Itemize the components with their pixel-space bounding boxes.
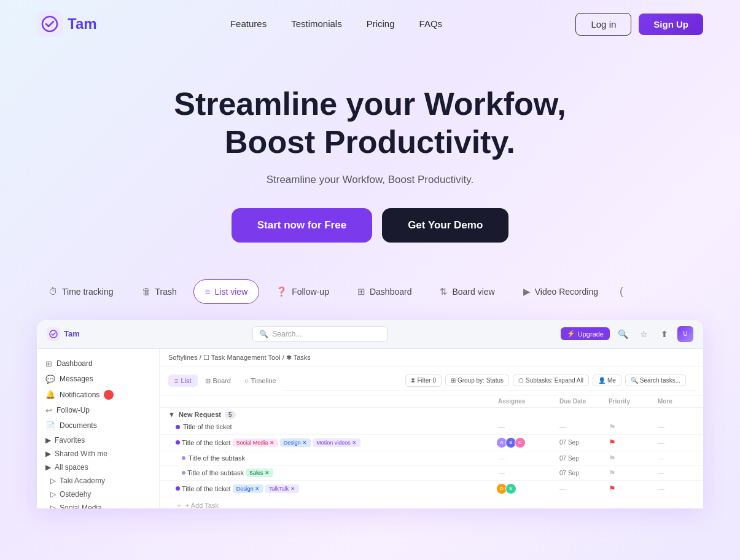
hero-heading: Streamline your Workfow, Boost Productiv… xyxy=(12,85,728,161)
workspace-social-icon: ▷ xyxy=(50,504,56,508)
me-button[interactable]: 👤 Me xyxy=(593,375,621,386)
sidebar-messages-label: Messages xyxy=(60,375,93,383)
sidebar-workspace-ostedehy[interactable]: ▷ Ostedehy xyxy=(37,488,159,501)
tag-design: Design ✕ xyxy=(280,438,311,447)
row-2-avatars: A B C xyxy=(498,437,559,448)
app-view-tabs: ≡ List ⊞ Board ○ Timeline ⧗ Filter 0 xyxy=(160,367,703,395)
tab-list-view-label: List view xyxy=(215,287,248,297)
sidebar-item-followup[interactable]: ↩ Follow-Up xyxy=(37,403,159,418)
row-1-due: — xyxy=(559,423,609,430)
sidebar-workspace-social[interactable]: ▷ Social Media xyxy=(37,501,159,508)
sidebar-workspace-taki[interactable]: ▷ Taki Academy xyxy=(37,474,159,488)
hero-section: Streamline your Workfow, Boost Productiv… xyxy=(0,48,740,261)
app-star-icon-btn[interactable]: ☆ xyxy=(636,326,652,342)
signup-button[interactable]: Sign Up xyxy=(639,14,703,35)
sidebar-shared-label: Shared With me xyxy=(55,449,107,458)
row-4-title: Title of the subtask xyxy=(187,469,244,476)
app-share-icon-btn[interactable]: ⬆ xyxy=(656,326,672,342)
row-4-priority: ⚑ xyxy=(609,469,658,478)
logo-icon xyxy=(37,11,63,37)
row-4-assignee: — xyxy=(498,469,559,476)
col-due-date: Due Date xyxy=(559,398,609,405)
documents-sidebar-icon: 📄 xyxy=(45,421,55,430)
app-body: ⊞ Dashboard 💬 Messages 🔔 Notifications ↩… xyxy=(37,349,703,508)
get-demo-button[interactable]: Get Your Demo xyxy=(382,208,508,243)
subtasks-button[interactable]: ⬡ Subtasks: Expand All xyxy=(513,375,589,386)
nav-features[interactable]: Features xyxy=(230,18,267,29)
filter-button[interactable]: ⧗ Filter 0 xyxy=(405,375,442,387)
groupby-label: Group by: Status xyxy=(458,377,504,384)
tab-follow-up[interactable]: ❓ Follow-up xyxy=(264,279,341,304)
start-now-button[interactable]: Start now for Free xyxy=(232,208,372,243)
trash-icon: 🗑 xyxy=(142,286,151,297)
group-name: New Request xyxy=(179,411,221,418)
nav-testimonials[interactable]: Testimonials xyxy=(291,18,342,29)
view-tab-list-label: List xyxy=(181,377,191,384)
view-tab-list[interactable]: ≡ List xyxy=(168,375,198,387)
tab-list-view[interactable]: ≡ List view xyxy=(193,279,259,304)
tab-dashboard[interactable]: ⊞ Dashboard xyxy=(346,279,424,304)
tab-time-tracking[interactable]: ⏱ Time tracking xyxy=(37,279,125,304)
lightning-icon: ⚡ xyxy=(567,330,575,338)
row-5-avatars: D E xyxy=(498,483,559,494)
tab-video-recording[interactable]: ▶ Video Recording xyxy=(512,279,610,304)
hero-heading-line1: Streamline your Workfow, xyxy=(174,86,566,122)
sidebar-spaces-label: All spaces xyxy=(55,463,88,472)
subtasks-label: Subtasks: Expand All xyxy=(526,377,583,384)
tab-trash[interactable]: 🗑 Trash xyxy=(130,279,189,304)
sidebar-taki-label: Taki Academy xyxy=(60,476,105,485)
view-tab-timeline[interactable]: ○ Timeline xyxy=(238,375,282,387)
view-tab-board[interactable]: ⊞ Board xyxy=(199,375,237,387)
add-task-label: + Add Task xyxy=(185,502,219,508)
row-dot-icon xyxy=(176,425,180,429)
upgrade-button[interactable]: ⚡ Upgrade xyxy=(561,327,610,340)
sidebar-group-favorites[interactable]: ▶ Favorites xyxy=(37,434,159,447)
nav-faqs[interactable]: FAQs xyxy=(419,18,443,29)
avatar-5: E xyxy=(505,483,516,494)
app-logo-text: Tam xyxy=(64,329,80,338)
row-4-due: 07 Sep xyxy=(559,470,609,476)
sidebar-item-documents[interactable]: 📄 Documents xyxy=(37,418,159,434)
app-search-icon-btn[interactable]: 🔍 xyxy=(615,326,631,342)
nav-pricing[interactable]: Pricing xyxy=(367,18,395,29)
sidebar-item-dashboard[interactable]: ⊞ Dashboard xyxy=(37,356,159,371)
row-1-title: Title of the ticket xyxy=(183,423,232,430)
row-3-more: — xyxy=(658,454,695,462)
sidebar-followup-label: Follow-Up xyxy=(56,406,90,414)
search-tasks-label: Search tasks... xyxy=(640,377,680,384)
app-logo: Tam xyxy=(47,327,80,341)
login-button[interactable]: Log in xyxy=(575,13,631,36)
row-5-due: — xyxy=(559,485,609,492)
add-task-row[interactable]: ＋ + Add Task xyxy=(160,497,703,508)
table-row: Title of the ticket — — ⚑ — xyxy=(160,420,703,435)
list-icon: ≡ xyxy=(205,286,211,297)
search-tasks-button[interactable]: 🔍 Search tasks... xyxy=(625,375,686,386)
tab-video-recording-label: Video Recording xyxy=(535,287,598,297)
sidebar-group-spaces[interactable]: ▶ All spaces xyxy=(37,461,159,474)
logo[interactable]: Tam xyxy=(37,11,97,37)
search-tasks-icon: 🔍 xyxy=(631,377,638,384)
filter-label: Filter 0 xyxy=(417,377,436,384)
row-3-due: 07 Sep xyxy=(559,455,609,462)
feature-tabs: ⏱ Time tracking 🗑 Trash ≡ List view ❓ Fo… xyxy=(0,261,740,314)
tab-follow-up-label: Follow-up xyxy=(292,287,329,297)
subtasks-icon: ⬡ xyxy=(518,377,524,384)
app-user-avatar[interactable]: U xyxy=(677,326,693,342)
app-breadcrumb: Softylines / ☐ Task Management Tool / ✱ … xyxy=(160,349,703,367)
app-topbar-actions: ⚡ Upgrade 🔍 ☆ ⬆ U xyxy=(561,326,693,342)
task-group-header: ▼ New Request 5 xyxy=(160,408,703,420)
sidebar-group-shared[interactable]: ▶ Shared With me xyxy=(37,447,159,461)
chevron-right-shared-icon: ▶ xyxy=(45,449,51,458)
view-tab-timeline-label: Timeline xyxy=(251,377,276,384)
app-logo-icon xyxy=(47,327,60,341)
sidebar-item-messages[interactable]: 💬 Messages xyxy=(37,371,159,387)
group-expand-icon: ▼ xyxy=(168,411,175,418)
subtask-dot-icon xyxy=(182,456,185,460)
tab-dashboard-label: Dashboard xyxy=(370,287,412,297)
col-priority: Priority xyxy=(609,398,658,405)
app-search-bar[interactable]: 🔍 Search... xyxy=(252,326,388,342)
sidebar-item-notifications[interactable]: 🔔 Notifications xyxy=(37,387,159,403)
tab-board-view[interactable]: ⇅ Board view xyxy=(428,279,506,304)
group-by-button[interactable]: ⊞ Group by: Status xyxy=(445,375,509,386)
table-row: Title of the subtask Sales ✕ — 07 Sep ⚑ … xyxy=(160,466,703,481)
